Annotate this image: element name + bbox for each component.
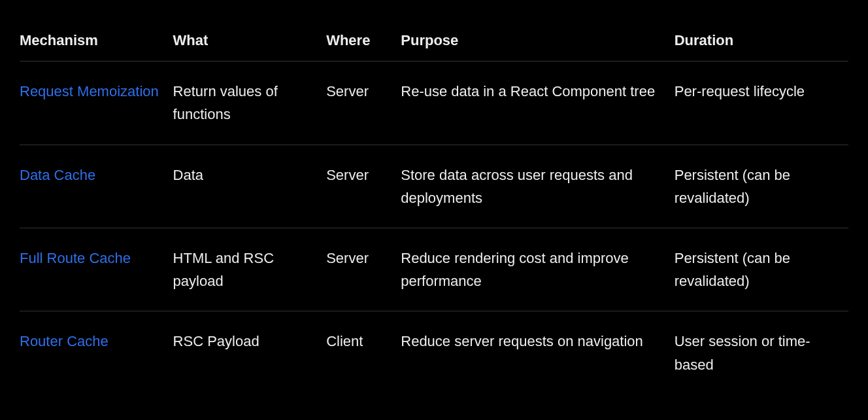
table-row: Request Memoization Return values of fun… <box>20 61 848 145</box>
table-row: Full Route Cache HTML and RSC payload Se… <box>20 228 848 311</box>
cell-duration: Persistent (can be revalidated) <box>675 145 848 228</box>
cell-purpose: Store data across user requests and depl… <box>401 145 674 228</box>
mechanism-link-request-memoization[interactable]: Request Memoization <box>20 83 159 99</box>
mechanism-link-router-cache[interactable]: Router Cache <box>20 333 108 349</box>
cell-where: Server <box>326 145 401 228</box>
cell-what: Data <box>173 145 327 228</box>
caching-mechanisms-table: Mechanism What Where Purpose Duration Re… <box>20 20 848 394</box>
cell-mechanism: Request Memoization <box>20 61 173 145</box>
cell-mechanism: Router Cache <box>20 311 173 394</box>
table-row: Router Cache RSC Payload Client Reduce s… <box>20 311 848 394</box>
cell-duration: Persistent (can be revalidated) <box>675 228 848 311</box>
mechanism-link-full-route-cache[interactable]: Full Route Cache <box>20 250 131 266</box>
cell-duration: User session or time-based <box>675 311 848 394</box>
table-header-row: Mechanism What Where Purpose Duration <box>20 20 848 61</box>
header-purpose: Purpose <box>401 20 674 61</box>
header-mechanism: Mechanism <box>20 20 173 61</box>
cell-what: RSC Payload <box>173 311 327 394</box>
cell-purpose: Reduce rendering cost and improve perfor… <box>401 228 674 311</box>
cell-what: Return values of functions <box>173 61 327 145</box>
cell-duration: Per-request lifecycle <box>675 61 848 145</box>
mechanism-link-data-cache[interactable]: Data Cache <box>20 167 95 183</box>
header-what: What <box>173 20 327 61</box>
cell-where: Server <box>326 228 401 311</box>
table-row: Data Cache Data Server Store data across… <box>20 145 848 228</box>
cell-mechanism: Full Route Cache <box>20 228 173 311</box>
cell-what: HTML and RSC payload <box>173 228 327 311</box>
cell-where: Server <box>326 61 401 145</box>
header-where: Where <box>326 20 401 61</box>
cell-where: Client <box>326 311 401 394</box>
cell-purpose: Re-use data in a React Component tree <box>401 61 674 145</box>
cell-mechanism: Data Cache <box>20 145 173 228</box>
header-duration: Duration <box>675 20 848 61</box>
cell-purpose: Reduce server requests on navigation <box>401 311 674 394</box>
